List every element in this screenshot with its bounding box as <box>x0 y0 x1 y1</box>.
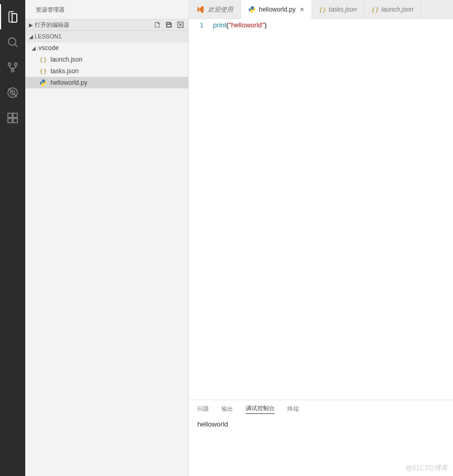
folder-label: LESSON1 <box>35 33 62 39</box>
json-icon: { } <box>39 67 47 75</box>
panel-tab-problems[interactable]: 问题 <box>197 405 209 414</box>
activity-source-control-icon[interactable] <box>0 55 25 80</box>
tab-launch-json[interactable]: { } launch.json <box>365 0 421 19</box>
line-gutter: 1 <box>189 21 213 400</box>
file-name: launch.json <box>51 56 83 63</box>
main-area: 欢迎使用 helloworld.py × { } tasks.json { } … <box>189 0 453 476</box>
code-line: print("helloworld") <box>213 21 453 29</box>
panel-tab-debug-console[interactable]: 调试控制台 <box>246 404 275 414</box>
tab-label: 欢迎使用 <box>208 5 233 14</box>
file-tree: ◢ .vscode { } launch.json { } tasks.json… <box>25 42 188 88</box>
tree-folder-vscode[interactable]: ◢ .vscode <box>25 42 188 54</box>
open-editors-section[interactable]: ▶ 打开的编辑器 <box>25 19 188 31</box>
open-editors-label: 打开的编辑器 <box>35 21 69 29</box>
vscode-icon <box>196 5 205 14</box>
code-editor[interactable]: 1 print("helloworld") <box>189 19 453 400</box>
folder-name: .vscode <box>37 44 58 52</box>
close-all-icon[interactable] <box>176 20 185 29</box>
svg-point-2 <box>8 63 11 66</box>
tab-label: launch.json <box>381 6 414 13</box>
watermark: @51CTO博客 <box>405 463 448 473</box>
panel-tab-terminal[interactable]: 终端 <box>287 405 299 414</box>
activity-extensions-icon[interactable] <box>0 105 25 131</box>
sidebar-title: 资源管理器 <box>25 0 188 19</box>
activity-search-icon[interactable] <box>0 29 25 55</box>
activity-debug-icon[interactable] <box>0 80 25 105</box>
tab-tasks-json[interactable]: { } tasks.json <box>312 0 365 19</box>
svg-line-7 <box>8 88 17 97</box>
chevron-right-icon: ▶ <box>27 22 35 28</box>
tab-helloworld-py[interactable]: helloworld.py × <box>241 0 312 19</box>
tab-label: tasks.json <box>329 6 357 13</box>
save-all-icon[interactable] <box>164 20 174 29</box>
new-file-icon[interactable] <box>153 20 162 29</box>
editor-tabs: 欢迎使用 helloworld.py × { } tasks.json { } … <box>189 0 453 19</box>
file-name: helloworld.py <box>51 79 87 86</box>
svg-line-1 <box>15 44 17 47</box>
json-icon: { } <box>39 55 47 64</box>
chevron-down-icon: ◢ <box>31 45 37 51</box>
python-icon <box>248 6 256 13</box>
svg-point-4 <box>12 70 14 72</box>
python-icon <box>39 78 47 87</box>
line-number: 1 <box>189 21 204 29</box>
file-name: tasks.json <box>51 67 78 75</box>
svg-rect-10 <box>8 118 12 123</box>
code-content[interactable]: print("helloworld") <box>213 21 453 400</box>
activity-files-icon[interactable] <box>0 4 25 29</box>
json-icon: { } <box>372 6 378 13</box>
panel-tab-output[interactable]: 输出 <box>222 405 233 414</box>
console-line: helloworld <box>197 420 445 428</box>
tree-file-launch-json[interactable]: { } launch.json <box>25 54 188 65</box>
folder-section[interactable]: ◢ LESSON1 <box>25 31 188 42</box>
svg-rect-9 <box>8 113 12 117</box>
tree-file-helloworld-py[interactable]: helloworld.py <box>25 77 188 88</box>
chevron-down-icon: ◢ <box>27 34 35 39</box>
svg-point-0 <box>8 38 16 45</box>
tab-welcome[interactable]: 欢迎使用 <box>189 0 241 19</box>
close-icon[interactable]: × <box>300 5 304 14</box>
svg-point-3 <box>15 63 17 66</box>
activity-bar <box>0 0 25 476</box>
panel-tabs: 问题 输出 调试控制台 终端 <box>189 400 453 418</box>
svg-rect-11 <box>13 118 17 123</box>
json-icon: { } <box>319 6 326 13</box>
svg-rect-12 <box>13 113 17 117</box>
tab-label: helloworld.py <box>259 6 296 13</box>
explorer-sidebar: 资源管理器 ▶ 打开的编辑器 ◢ LESSON1 ◢ .vscode { } l… <box>25 0 189 476</box>
tree-file-tasks-json[interactable]: { } tasks.json <box>25 65 188 77</box>
